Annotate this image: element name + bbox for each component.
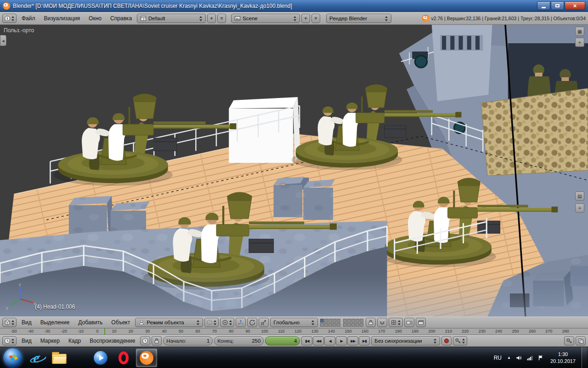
insert-keyframe-button[interactable] [564, 336, 574, 345]
tray-language[interactable]: RU [491, 355, 505, 361]
layer-toggle[interactable] [320, 319, 324, 322]
start-button[interactable] [3, 348, 23, 368]
menu-help[interactable]: Справка [107, 15, 136, 22]
auto-keyframe-record-button[interactable] [441, 336, 452, 345]
current-frame-field[interactable]: 4 [265, 336, 300, 345]
screen: Blender* [D:\МОИ МОДЕЛИ\USSA\ТИП СВЕТЛАН… [0, 0, 588, 368]
menu-timeline-marker[interactable]: Маркер [37, 338, 63, 344]
current-frame-line[interactable] [104, 328, 105, 335]
layer-toggle[interactable] [356, 323, 359, 327]
layer-toggle[interactable] [351, 323, 355, 327]
menu-timeline-playback[interactable]: Воспроизведение [86, 338, 139, 344]
layer-toggle[interactable] [328, 323, 332, 327]
use-preview-range-button[interactable] [140, 336, 150, 345]
taskbar-explorer-button[interactable] [49, 349, 70, 367]
window-titlebar[interactable]: Blender* [D:\МОИ МОДЕЛИ\USSA\ТИП СВЕТЛАН… [0, 0, 588, 12]
mode-select[interactable]: Режим объекта [135, 318, 203, 327]
menu-3d-view[interactable]: Вид [18, 319, 35, 326]
render-opengl-anim-button[interactable] [416, 318, 426, 327]
audio-sync-select[interactable]: Без синхронизации [371, 336, 440, 345]
taskbar-opera-button[interactable] [113, 349, 134, 367]
layer-toggle[interactable] [337, 319, 340, 322]
menu-timeline-frame[interactable]: Кадр [65, 338, 85, 344]
panel-plus-icon[interactable]: + [575, 203, 584, 213]
tray-action-center-icon[interactable] [535, 355, 546, 361]
layer-toggle[interactable] [337, 323, 340, 327]
timeline-ruler[interactable]: -50-40-30-20-100102030405060708090100110… [0, 328, 588, 335]
lock-frame-range-button[interactable] [152, 336, 162, 345]
jump-prev-keyframe-button[interactable]: ◀◀ [313, 336, 324, 345]
menu-file[interactable]: Файл [18, 15, 39, 22]
tray-hidden-icons-arrow[interactable]: ▲ [505, 356, 513, 360]
layer-toggle[interactable] [333, 323, 336, 327]
toolbar-tab-icon[interactable]: ◂ [0, 35, 6, 46]
layer-toggle[interactable] [328, 319, 332, 322]
pivot-center-select[interactable] [220, 318, 234, 327]
transform-orientation-select[interactable]: Глобально [270, 318, 318, 327]
jump-to-start-button[interactable]: ▮◀ [301, 336, 312, 345]
region-grid-icon[interactable]: ▦ [575, 27, 584, 36]
tray-network-icon[interactable] [524, 355, 535, 361]
editor-type-info-select[interactable] [2, 14, 17, 23]
frame-start-field[interactable]: Начало:1 [163, 336, 213, 345]
menu-3d-object[interactable]: Объект [107, 319, 134, 326]
show-desktop-button[interactable] [582, 347, 587, 368]
delete-keyframe-button[interactable] [576, 336, 586, 345]
manipulator-scale-button[interactable] [259, 318, 269, 327]
ruler-number: 260 [529, 329, 536, 334]
taskbar-media-player-button[interactable] [90, 349, 111, 367]
close-button[interactable]: × [565, 1, 585, 10]
editor-type-timeline-select[interactable] [2, 336, 17, 345]
layer-toggle[interactable] [333, 319, 336, 322]
layer-toggle[interactable] [343, 323, 347, 327]
frame-end-field[interactable]: Конец:250 [214, 336, 264, 345]
play-reverse-button[interactable]: ◀ [324, 336, 335, 345]
layer-toggle[interactable] [360, 319, 363, 322]
render-engine-select[interactable]: Рендер Blender [326, 14, 391, 23]
screen-layout-delete-button[interactable]: × [217, 14, 226, 23]
layer-toggle[interactable] [356, 319, 359, 322]
keying-set-select[interactable] [453, 336, 467, 345]
lock-to-scene-button[interactable] [366, 318, 376, 327]
layer-toggle[interactable] [347, 323, 351, 327]
layer-toggle[interactable] [360, 323, 363, 327]
layer-toggle[interactable] [343, 319, 347, 322]
viewport-shading-select[interactable] [204, 318, 219, 327]
tray-clock[interactable]: 1:30 20.10.2017 [546, 351, 580, 365]
ruler-number: 120 [294, 329, 301, 334]
play-button[interactable]: ▶ [336, 336, 347, 345]
minimize-button[interactable] [537, 1, 550, 10]
manipulator-rotate-button[interactable] [247, 318, 257, 327]
panel-toggle-icon[interactable]: ▤ [575, 191, 584, 201]
layer-toggle[interactable] [324, 323, 328, 327]
menu-3d-add[interactable]: Добавить [74, 319, 106, 326]
scene-add-button[interactable]: + [301, 14, 310, 23]
layer-toggle[interactable] [324, 319, 328, 322]
scene-select[interactable]: Scene [231, 14, 300, 23]
tray-volume-icon[interactable] [513, 355, 524, 361]
menu-3d-select[interactable]: Выделение [37, 319, 74, 326]
region-plus-icon[interactable]: + [575, 38, 584, 47]
chevron-updown-icon [214, 320, 217, 325]
screen-layout-select[interactable]: Default [137, 14, 206, 23]
layer-toggle[interactable] [351, 319, 355, 322]
layer-toggle[interactable] [320, 323, 324, 327]
menu-window[interactable]: Окно [85, 15, 105, 22]
snap-magnet-button[interactable] [377, 318, 387, 327]
jump-to-end-button[interactable]: ▶▮ [359, 336, 370, 345]
sync-value: Без синхронизации [374, 338, 432, 344]
jump-next-keyframe-button[interactable]: ▶▶ [347, 336, 358, 345]
menu-timeline-view[interactable]: Вид [18, 338, 35, 344]
menu-render[interactable]: Визуализация [40, 15, 84, 22]
snap-element-select[interactable] [389, 318, 403, 327]
editor-type-3dview-select[interactable] [2, 318, 17, 327]
taskbar-blender-button[interactable] [136, 349, 157, 367]
maximize-button[interactable] [551, 1, 564, 10]
scene-delete-button[interactable]: × [311, 14, 320, 23]
viewport-3d[interactable]: Польз.-орто (4) Head-01.006 z x y ▦ + ▤ … [0, 25, 588, 316]
manipulator-translate-button[interactable] [236, 318, 246, 327]
taskbar-ie-button[interactable]: e [26, 349, 47, 367]
layer-toggle[interactable] [347, 319, 351, 322]
screen-layout-add-button[interactable]: + [207, 14, 216, 23]
render-opengl-button[interactable] [404, 318, 414, 327]
